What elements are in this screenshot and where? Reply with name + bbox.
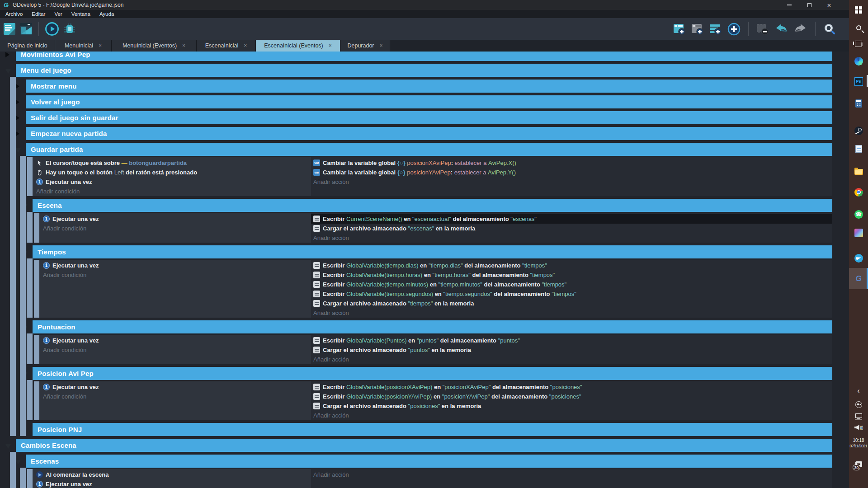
action-row[interactable]: Cargar el archivo almacenado "escenas" e…	[311, 224, 832, 233]
event-block[interactable]: 1Ejecutar una vezAñadir condiciónEscribi…	[34, 260, 832, 318]
expand-arrow-icon[interactable]	[15, 84, 19, 89]
action-row[interactable]: Cargar el archivo almacenado "puntos" en…	[311, 345, 832, 355]
action-row[interactable]: Cargar el archivo almacenado "tiempos" e…	[311, 299, 832, 308]
collapse-arrow-icon[interactable]	[5, 444, 11, 449]
tab-escenainicial-eventos[interactable]: EscenaInicial (Eventos)×	[256, 40, 340, 52]
tab-close-icon[interactable]: ×	[380, 42, 383, 49]
taskbar-icon-edge[interactable]	[849, 55, 868, 67]
taskbar-icon-steam[interactable]	[849, 124, 868, 137]
event-block[interactable]: 1Ejecutar una vezAñadir condiciónEscribi…	[34, 213, 832, 243]
event-sheet[interactable]: Movimientos Avi PepMenu del juegoMostrar…	[0, 52, 849, 488]
project-manager-icon[interactable]	[3, 23, 16, 35]
maximize-button[interactable]	[799, 0, 819, 10]
taskbar-icon-telegram[interactable]	[849, 252, 868, 264]
event-block[interactable]: Al comenzar la escena1Ejecutar una vezAñ…	[27, 469, 832, 488]
action-row[interactable]: Escribir GlobalVariable(posicionYAviPep)…	[311, 392, 832, 401]
add-condition-link[interactable]: Añadir condición	[39, 392, 311, 401]
taskbar-icon-task-view[interactable]	[849, 38, 868, 50]
event-group-bar-puntuacion[interactable]: Puntuacion	[33, 320, 832, 333]
taskbar-icon-photos-app[interactable]	[849, 226, 868, 239]
event-block[interactable]: 1Ejecutar una vezAñadir condiciónEscribi…	[34, 381, 832, 420]
expand-arrow-icon[interactable]	[15, 99, 19, 105]
add-action-link[interactable]: Añadir acción	[311, 470, 832, 479]
collapse-arrow-icon[interactable]	[15, 148, 21, 153]
action-row[interactable]: Escribir GlobalVariable(tiempo.dias) en …	[311, 261, 832, 270]
event-group-bar-salir-del-juego-sin-guardar[interactable]: Salir del juego sin guardar	[26, 111, 832, 124]
menu-item-editar[interactable]: Editar	[27, 10, 50, 18]
add-condition-link[interactable]: Añadir condición	[39, 270, 311, 280]
expand-arrow-icon[interactable]	[15, 115, 19, 121]
action-row[interactable]: varCambiar la variable global {○} posici…	[311, 168, 832, 177]
action-row[interactable]: varCambiar la variable global {○} posici…	[311, 158, 832, 168]
close-button[interactable]: ×	[819, 0, 839, 10]
action-row[interactable]: Escribir GlobalVariable(posicionXAviPep)…	[311, 382, 832, 392]
taskbar-icon-file-explorer[interactable]	[849, 164, 868, 177]
taskbar-icon-network[interactable]	[849, 411, 868, 421]
taskbar-icon-meet-now[interactable]	[849, 399, 868, 409]
tab-menuinicial[interactable]: MenuInicial×	[55, 40, 112, 52]
taskbar-clock[interactable]: 10:1807/11/2021	[849, 437, 868, 449]
event-block[interactable]: 1Ejecutar una vezAñadir condiciónEscribi…	[34, 335, 832, 364]
add-new-icon[interactable]	[727, 23, 741, 36]
taskbar-icon-calculator[interactable]	[849, 97, 868, 110]
taskbar-icon-gdevelop[interactable]: G	[849, 268, 868, 289]
condition-row[interactable]: 1Ejecutar una vez	[33, 177, 311, 187]
menu-item-archivo[interactable]: Archivo	[1, 10, 27, 18]
taskbar-icon-chevron[interactable]: ‹	[849, 386, 868, 396]
search-icon[interactable]	[823, 23, 836, 36]
taskbar-icon-chrome[interactable]	[849, 186, 868, 198]
tab-depurador[interactable]: Depurador×	[340, 40, 390, 52]
event-group-bar-menu-del-juego[interactable]: Menu del juego	[16, 64, 832, 77]
scene-editor-icon[interactable]	[20, 23, 33, 35]
tab-close-icon[interactable]: ×	[99, 42, 102, 49]
minimize-button[interactable]	[779, 0, 799, 10]
event-block[interactable]: El cursor/toque está sobre — botonguarda…	[27, 157, 832, 196]
taskbar-icon-windows-start[interactable]	[849, 5, 868, 17]
condition-row[interactable]: 1Ejecutar una vez	[39, 214, 311, 224]
add-condition-link[interactable]: Añadir condición	[39, 345, 311, 355]
tab-escenainicial[interactable]: EscenaInicial×	[197, 40, 256, 52]
tab-p-gina-de-inicio[interactable]: Página de inicio	[0, 40, 55, 52]
condition-row[interactable]: Al comenzar la escena	[33, 470, 311, 479]
add-action-link[interactable]: Añadir acción	[311, 411, 832, 420]
action-row[interactable]: Escribir GlobalVariable(Puntos) en "punt…	[311, 336, 832, 345]
taskbar-icon-whatsapp[interactable]: ☎	[849, 208, 868, 221]
menu-item-ventana[interactable]: Ventana	[67, 10, 95, 18]
event-group-bar-posicion-avi-pep[interactable]: Posicion Avi Pep	[33, 367, 832, 380]
event-group-bar-cambios-escena[interactable]: Cambios Escena	[16, 439, 832, 452]
taskbar-icon-speaker[interactable]: )))	[849, 422, 868, 432]
event-group-bar-escena[interactable]: Escena	[33, 199, 832, 212]
menu-item-ayuda[interactable]: Ayuda	[95, 10, 118, 18]
condition-row[interactable]: Hay un toque o el botón Left del ratón e…	[33, 168, 311, 177]
menu-item-ver[interactable]: Ver	[50, 10, 66, 18]
taskbar-icon-notepad[interactable]	[849, 142, 868, 155]
tab-menuinicial-eventos[interactable]: MenuInicial (Eventos)×	[112, 40, 197, 52]
condition-row[interactable]: 1Ejecutar una vez	[39, 336, 311, 345]
condition-row[interactable]: 1Ejecutar una vez	[33, 479, 311, 488]
action-row[interactable]: Escribir GlobalVariable(tiempo.horas) en…	[311, 270, 832, 280]
add-action-link[interactable]: Añadir acción	[311, 233, 832, 243]
collapse-arrow-icon[interactable]	[5, 69, 11, 74]
action-row[interactable]: Escribir GlobalVariable(tiempo.minutos) …	[311, 280, 832, 289]
condition-row[interactable]: El cursor/toque está sobre — botonguarda…	[33, 158, 311, 168]
add-event-icon[interactable]	[673, 23, 685, 35]
add-action-link[interactable]: Añadir acción	[311, 177, 832, 187]
add-condition-link[interactable]: Añadir condición	[39, 224, 311, 233]
add-comment-icon[interactable]	[709, 23, 722, 35]
redo-icon[interactable]	[794, 23, 807, 35]
add-action-link[interactable]: Añadir acción	[311, 308, 832, 318]
add-subevent-icon[interactable]	[691, 23, 703, 35]
event-group-bar-mostrar-menu[interactable]: Mostrar menu	[26, 80, 832, 93]
event-group-bar-volver-al-juego[interactable]: Volver al juego	[26, 95, 832, 108]
tab-close-icon[interactable]: ×	[182, 42, 185, 49]
event-group-bar-guardar-partida[interactable]: Guardar partida	[26, 143, 832, 156]
action-row[interactable]: Escribir GlobalVariable(tiempo.segundos)…	[311, 289, 832, 299]
action-row[interactable]: Cargar el archivo almacenado "posiciones…	[311, 401, 832, 411]
debug-icon[interactable]	[63, 23, 76, 35]
play-icon[interactable]	[45, 22, 59, 36]
tab-close-icon[interactable]: ×	[329, 42, 332, 49]
undo-icon[interactable]	[774, 23, 788, 35]
condition-row[interactable]: 1Ejecutar una vez	[39, 382, 311, 392]
clear-selection-icon[interactable]	[756, 23, 769, 35]
taskbar-icon-photoshop[interactable]: Ps	[849, 75, 868, 88]
